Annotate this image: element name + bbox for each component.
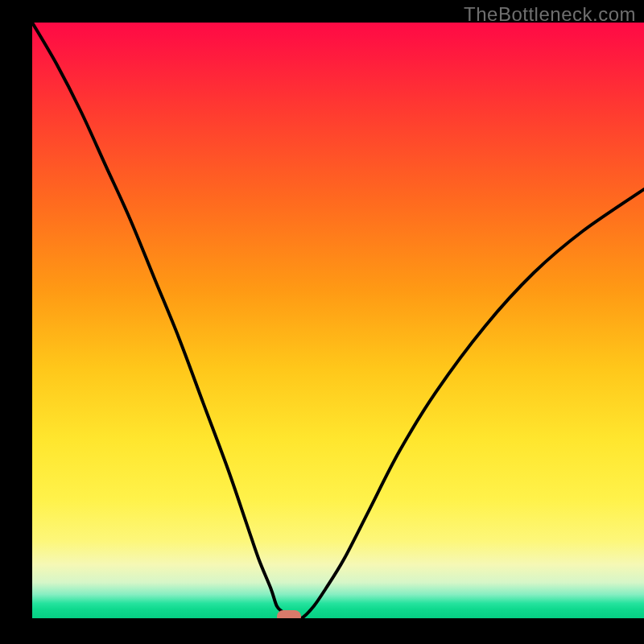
plot-area [32, 23, 644, 618]
bottleneck-curve [32, 23, 644, 618]
optimal-marker [277, 610, 301, 618]
watermark-text: TheBottleneck.com [464, 3, 636, 26]
chart-frame: TheBottleneck.com [0, 0, 644, 644]
